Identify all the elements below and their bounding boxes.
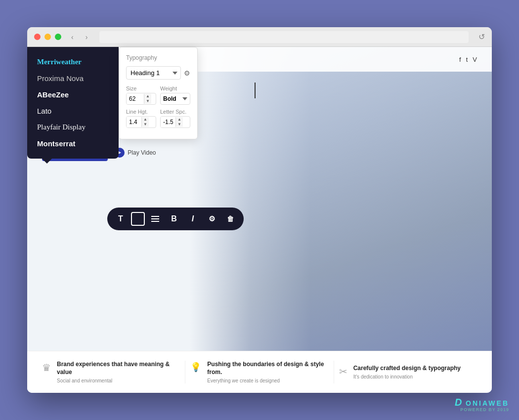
brand-label: ONIAWEB	[466, 399, 509, 407]
settings-tool-button[interactable]: ⚙	[203, 210, 220, 227]
align-tool-button[interactable]	[147, 210, 164, 227]
play-video-label: Play Video	[128, 149, 156, 156]
letter-spacing-field: Letter Spc. ▲ ▼	[160, 109, 190, 128]
edit-toolbar: T B I ⚙ 🗑	[107, 208, 244, 230]
font-panel-arrow	[42, 159, 52, 164]
font-item-playfair-display[interactable]: Playfair Display	[27, 119, 119, 135]
letter-spacing-spinners: ▲ ▼	[175, 117, 183, 127]
feature-title-1: Brand experiences that have meaning & va…	[57, 361, 180, 376]
feature-desc-2: Everything we create is designed	[207, 378, 328, 383]
font-item-proxima-nova[interactable]: Proxima Nova	[27, 70, 119, 86]
font-item-abeezee[interactable]: ABeeZee	[27, 86, 119, 103]
letter-spacing-label: Letter Spc.	[160, 109, 190, 115]
feature-icon-crown: ♛	[42, 362, 51, 374]
forward-button[interactable]: ›	[84, 32, 90, 42]
font-item-lato[interactable]: Lato	[27, 103, 119, 119]
letter-spacing-input-wrap: ▲ ▼	[160, 116, 190, 128]
refresh-button[interactable]: ↺	[478, 32, 485, 42]
size-field: Size ▲ ▼	[126, 85, 156, 105]
address-bar[interactable]	[99, 31, 469, 43]
brand-sub: POWERED BY 2019	[455, 407, 509, 412]
feature-item-1: ♛ Brand experiences that have meaning & …	[37, 361, 185, 383]
typography-panel: Typography Heading 1 Heading 2 Heading 3…	[119, 47, 198, 139]
social-icons: f t V	[459, 56, 477, 63]
size-weight-row: Size ▲ ▼ Weight Bold Normal Light	[126, 85, 190, 105]
line-height-input[interactable]	[127, 117, 141, 127]
size-label: Size	[126, 85, 156, 91]
letter-spacing-input[interactable]	[161, 117, 175, 127]
svg-rect-0	[151, 216, 159, 217]
feature-desc-3: It's dedication to innovation	[353, 374, 461, 379]
feature-icon-bulb: 💡	[190, 362, 201, 373]
text-cursor	[255, 83, 256, 98]
delete-tool-button[interactable]: 🗑	[222, 210, 239, 227]
size-spinners: ▲ ▼	[144, 94, 151, 104]
vimeo-icon[interactable]: V	[473, 56, 477, 63]
feature-item-2: 💡 Pushing the boundaries of design & sty…	[185, 361, 334, 383]
feature-text-2: Pushing the boundaries of design & style…	[207, 361, 328, 383]
feature-icon-scissors: ✂	[339, 366, 347, 378]
line-height-spinners: ▲ ▼	[141, 117, 149, 127]
feature-item-3: ✂ Carefully crafted design & typography …	[334, 365, 482, 379]
twitter-icon[interactable]: t	[466, 56, 468, 63]
brand-d-icon: D	[455, 397, 463, 408]
feature-text-1: Brand experiences that have meaning & va…	[57, 361, 180, 383]
play-video-button[interactable]: ▶ Play Video	[115, 148, 156, 158]
heading-select[interactable]: Heading 1 Heading 2 Heading 3	[126, 66, 181, 80]
letter-spacing-up[interactable]: ▲	[176, 117, 183, 122]
feature-desc-1: Social and environmental	[57, 378, 180, 383]
italic-tool-button[interactable]: I	[184, 210, 201, 227]
feature-title-3: Carefully crafted design & typography	[353, 365, 461, 373]
feature-text-3: Carefully crafted design & typography It…	[353, 365, 461, 379]
features-bar: ♛ Brand experiences that have meaning & …	[27, 351, 492, 393]
line-height-field: Line Hgt. ▲ ▼	[126, 109, 156, 128]
size-input-wrap: ▲ ▼	[126, 93, 156, 105]
typography-settings-button[interactable]: ⚙	[184, 69, 190, 77]
weight-field: Weight Bold Normal Light	[160, 85, 190, 105]
heading-row: Heading 1 Heading 2 Heading 3 ⚙	[126, 66, 190, 80]
weight-label: Weight	[160, 85, 190, 91]
font-item-merriweather[interactable]: Merriweather	[27, 54, 119, 70]
letter-spacing-down[interactable]: ▼	[176, 122, 183, 127]
size-down[interactable]: ▼	[144, 99, 151, 104]
browser-content: Merriweather Proxima Nova ABeeZee Lato P…	[27, 47, 492, 393]
typography-panel-title: Typography	[126, 54, 190, 61]
traffic-light-close[interactable]	[34, 34, 41, 40]
line-height-label: Line Hgt.	[126, 109, 156, 115]
border-tool-button[interactable]	[131, 212, 145, 226]
line-height-input-wrap: ▲ ▼	[126, 116, 156, 128]
browser-titlebar: ‹ › ↺	[27, 27, 492, 47]
back-button[interactable]: ‹	[69, 32, 76, 42]
size-input[interactable]	[127, 93, 144, 104]
svg-rect-2	[151, 221, 159, 222]
feature-title-2: Pushing the boundaries of design & style…	[207, 361, 328, 376]
facebook-icon[interactable]: f	[459, 56, 461, 63]
traffic-light-minimize[interactable]	[44, 34, 51, 40]
weight-select[interactable]: Bold Normal Light	[160, 93, 190, 105]
line-height-up[interactable]: ▲	[142, 117, 149, 122]
text-tool-button[interactable]: T	[112, 210, 129, 227]
traffic-light-maximize[interactable]	[55, 34, 61, 40]
line-height-down[interactable]: ▼	[142, 122, 149, 127]
svg-rect-1	[151, 218, 159, 219]
bottom-brand: D ONIAWEB POWERED BY 2019	[455, 397, 509, 412]
browser-window: ‹ › ↺ Merriweather Proxima Nova ABeeZee …	[27, 27, 492, 393]
font-item-montserrat[interactable]: Montserrat	[27, 135, 119, 152]
bold-tool-button[interactable]: B	[166, 210, 182, 227]
size-up[interactable]: ▲	[144, 94, 151, 99]
font-panel: Merriweather Proxima Nova ABeeZee Lato P…	[27, 47, 119, 159]
line-letter-row: Line Hgt. ▲ ▼ Letter Spc. ▲	[126, 109, 190, 128]
